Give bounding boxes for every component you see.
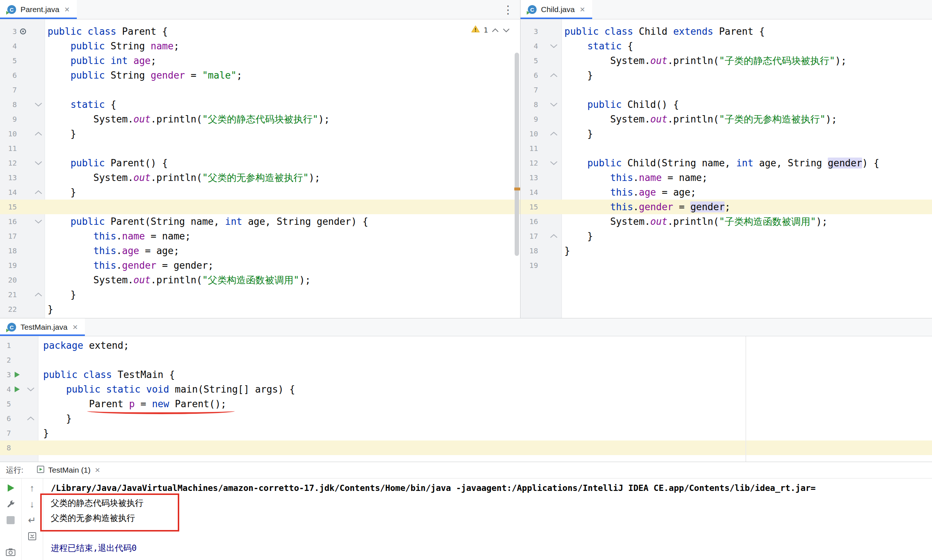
code-line[interactable]: 5 System.out.println("子类的静态代码块被执行"); bbox=[520, 53, 932, 68]
fold-close-icon[interactable] bbox=[29, 287, 45, 302]
code-line[interactable]: 18} bbox=[520, 243, 932, 258]
code-line[interactable]: 17 } bbox=[520, 229, 932, 243]
line-number[interactable]: 15 bbox=[520, 200, 538, 214]
line-number[interactable]: 11 bbox=[0, 141, 17, 156]
code-line[interactable]: 18 this.age = age; bbox=[0, 243, 520, 258]
code-line[interactable]: 16 System.out.println("子类构造函数被调用"); bbox=[520, 214, 932, 229]
scrollbar-thumb[interactable] bbox=[515, 52, 519, 256]
fold-open-icon[interactable] bbox=[538, 156, 562, 170]
soft-wrap-icon[interactable]: ↵ bbox=[27, 515, 37, 525]
wrench-icon[interactable] bbox=[6, 499, 16, 509]
code-line[interactable]: 8 public Child() { bbox=[520, 97, 932, 112]
code-line[interactable]: 17 this.name = name; bbox=[0, 229, 520, 243]
line-number[interactable]: 19 bbox=[520, 258, 538, 273]
fold-open-icon[interactable] bbox=[538, 97, 562, 112]
code-line[interactable]: 3public class TestMain { bbox=[0, 368, 932, 382]
line-number[interactable]: 19 bbox=[0, 258, 17, 273]
code-line[interactable]: 7 bbox=[520, 83, 932, 97]
line-number[interactable]: 14 bbox=[520, 185, 538, 200]
code-line[interactable]: 16 public Parent(String name, int age, S… bbox=[0, 214, 520, 229]
close-icon[interactable]: × bbox=[73, 323, 77, 332]
tab-testmain-java[interactable]: C TestMain.java × bbox=[0, 318, 85, 336]
line-number[interactable]: 9 bbox=[520, 112, 538, 126]
code-line[interactable]: 15 this.gender = gender; bbox=[520, 200, 932, 214]
code-line[interactable]: 9 System.out.println("父类的静态代码块被执行"); bbox=[0, 112, 520, 126]
line-number[interactable]: 4 bbox=[0, 39, 17, 53]
line-number[interactable]: 3 bbox=[0, 24, 17, 39]
code-line[interactable]: 12 public Child(String name, int age, St… bbox=[520, 156, 932, 170]
line-number[interactable]: 12 bbox=[520, 156, 538, 170]
line-number[interactable]: 6 bbox=[0, 68, 17, 83]
code-line[interactable]: 21 } bbox=[0, 287, 520, 302]
down-stack-trace-icon[interactable]: ↓ bbox=[27, 499, 37, 509]
error-stripe-mark[interactable] bbox=[514, 188, 520, 191]
close-icon[interactable]: × bbox=[64, 5, 69, 14]
line-number[interactable]: 4 bbox=[0, 382, 11, 397]
code-line[interactable]: 13 this.name = name; bbox=[520, 170, 932, 185]
class-marker-icon[interactable] bbox=[17, 24, 29, 39]
scroll-to-end-icon[interactable] bbox=[27, 531, 37, 542]
fold-open-icon[interactable] bbox=[29, 97, 45, 112]
code-line[interactable]: 3public class Parent { bbox=[0, 24, 520, 39]
line-number[interactable]: 7 bbox=[520, 83, 538, 97]
code-line[interactable]: 12 public Parent() { bbox=[0, 156, 520, 170]
line-number[interactable]: 3 bbox=[520, 24, 538, 39]
tab-parent-java[interactable]: C Parent.java × bbox=[0, 0, 77, 19]
code-line[interactable]: 19 bbox=[520, 258, 932, 273]
camera-icon[interactable] bbox=[6, 547, 16, 557]
fold-open-icon[interactable] bbox=[23, 382, 38, 397]
line-number[interactable]: 6 bbox=[520, 68, 538, 83]
line-number[interactable]: 16 bbox=[0, 214, 17, 229]
line-number[interactable]: 5 bbox=[0, 397, 11, 411]
parent-editor[interactable]: 3public class Parent {4 public String na… bbox=[0, 19, 520, 318]
line-number[interactable]: 8 bbox=[0, 97, 17, 112]
code-line[interactable]: 2 bbox=[0, 353, 932, 368]
code-line[interactable]: 7} bbox=[0, 426, 932, 440]
fold-close-icon[interactable] bbox=[29, 126, 45, 141]
fold-close-icon[interactable] bbox=[538, 229, 562, 243]
code-line[interactable]: 19 this.gender = gender; bbox=[0, 258, 520, 273]
line-number[interactable]: 16 bbox=[520, 214, 538, 229]
close-icon[interactable]: × bbox=[95, 466, 100, 474]
line-number[interactable]: 5 bbox=[0, 53, 17, 68]
code-line[interactable]: 4 public static void main(String[] args)… bbox=[0, 382, 932, 397]
code-line[interactable]: 4 public String name; bbox=[0, 39, 520, 53]
code-line[interactable]: 1package extend; bbox=[0, 338, 932, 353]
line-number[interactable]: 10 bbox=[520, 126, 538, 141]
line-number[interactable]: 17 bbox=[0, 229, 17, 243]
line-number[interactable]: 2 bbox=[0, 353, 11, 368]
line-number[interactable]: 22 bbox=[0, 302, 17, 317]
run-tab-testmain[interactable]: TestMain (1) × bbox=[33, 462, 104, 478]
fold-open-icon[interactable] bbox=[538, 39, 562, 53]
code-line[interactable]: 6 public String gender = "male"; bbox=[0, 68, 520, 83]
line-number[interactable]: 6 bbox=[0, 411, 11, 426]
code-line[interactable]: 11 bbox=[520, 141, 932, 156]
code-line[interactable]: 13 System.out.println("父类的无参构造被执行"); bbox=[0, 170, 520, 185]
line-number[interactable]: 3 bbox=[0, 368, 11, 382]
fold-open-icon[interactable] bbox=[29, 156, 45, 170]
fold-close-icon[interactable] bbox=[538, 126, 562, 141]
line-number[interactable]: 18 bbox=[0, 243, 17, 258]
line-number[interactable]: 17 bbox=[520, 229, 538, 243]
line-number[interactable]: 7 bbox=[0, 426, 11, 440]
code-line[interactable]: 22} bbox=[0, 302, 520, 317]
code-line[interactable]: 10 } bbox=[0, 126, 520, 141]
fold-close-icon[interactable] bbox=[23, 411, 38, 426]
line-number[interactable]: 13 bbox=[0, 170, 17, 185]
line-number[interactable]: 5 bbox=[520, 53, 538, 68]
line-number[interactable]: 9 bbox=[0, 112, 17, 126]
line-number[interactable]: 20 bbox=[0, 273, 17, 287]
next-problem-icon[interactable] bbox=[503, 26, 510, 34]
line-number[interactable]: 14 bbox=[0, 185, 17, 200]
code-line[interactable]: 5 public int age; bbox=[0, 53, 520, 68]
kebab-menu-icon[interactable]: ⋮ bbox=[503, 3, 514, 16]
code-line[interactable]: 8 static { bbox=[0, 97, 520, 112]
line-number[interactable]: 21 bbox=[0, 287, 17, 302]
run-gutter-icon[interactable] bbox=[11, 382, 23, 397]
line-number[interactable]: 1 bbox=[0, 338, 11, 353]
up-stack-trace-icon[interactable]: ↑ bbox=[27, 483, 37, 493]
prev-problem-icon[interactable] bbox=[492, 26, 499, 34]
line-number[interactable]: 18 bbox=[520, 243, 538, 258]
code-line[interactable]: 10 } bbox=[520, 126, 932, 141]
fold-open-icon[interactable] bbox=[29, 214, 45, 229]
